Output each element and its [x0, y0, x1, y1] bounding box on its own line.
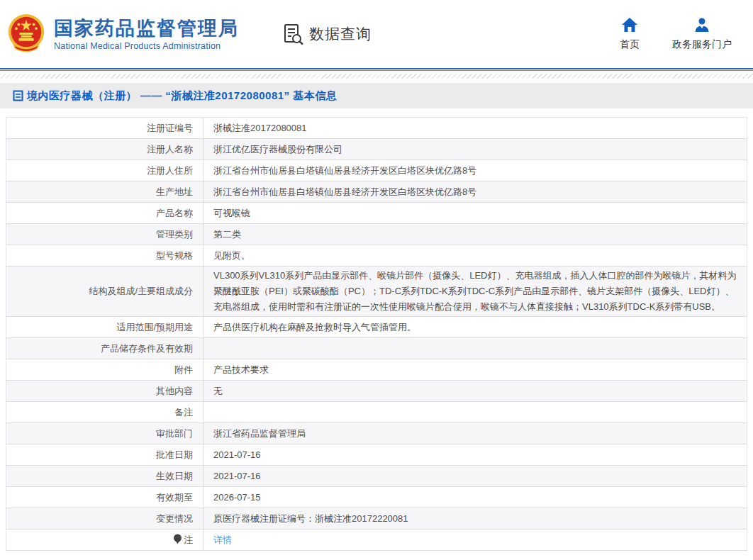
row-label: 注册人住所 [6, 160, 203, 181]
page-header: 国家药品监督管理局 National Medical Products Admi… [0, 0, 753, 68]
table-row: 生效日期2021-07-16 [6, 466, 747, 487]
row-value [203, 402, 747, 423]
top-nav: 首页 政务服务门户 [620, 17, 732, 51]
hatch-divider [0, 74, 753, 79]
row-value: 可视喉镜 [203, 203, 747, 224]
row-value: 原医疗器械注册证编号：浙械注准20172220081 [203, 508, 747, 530]
row-label: 注 [6, 530, 203, 551]
table-row: 审批部门浙江省药品监督管理局 [6, 423, 747, 444]
breadcrumb-text: 境内医疗器械（注册） —— “浙械注准20172080081” 基本信息 [27, 89, 337, 103]
row-label: 产品储存条件及有效期 [6, 338, 203, 359]
table-row: 产品名称可视喉镜 [6, 203, 747, 224]
row-label: 附件 [6, 359, 203, 381]
header-rule [0, 68, 753, 69]
national-emblem-icon [6, 13, 47, 55]
org-name-en: National Medical Products Administration [54, 41, 239, 51]
row-value: 浙江优亿医疗器械股份有限公司 [203, 139, 747, 160]
row-value: 浙江省台州市仙居县白塔镇仙居县经济开发区白塔区块优亿路8号 [203, 160, 747, 181]
row-value: VL300系列VL310系列产品由显示部件、喉镜片部件（摄像头、LED灯）、充电… [203, 267, 747, 317]
detail-link[interactable]: 详情 [213, 534, 232, 545]
home-icon [621, 17, 638, 33]
row-label: 审批部门 [6, 423, 203, 444]
data-query-title: 数据查询 [283, 23, 372, 45]
row-value: 详情 [203, 530, 747, 551]
row-value: 见附页。 [203, 245, 747, 267]
row-label: 注册证编号 [6, 118, 203, 139]
org-names: 国家药品监督管理局 National Medical Products Admi… [54, 18, 239, 51]
table-row: 管理类别第二类 [6, 224, 747, 245]
row-label: 适用范围/预期用途 [6, 317, 203, 338]
table-row: 注册人名称浙江优亿医疗器械股份有限公司 [6, 139, 747, 160]
row-value: 第二类 [203, 224, 747, 245]
nav-gov-portal[interactable]: 政务服务门户 [672, 17, 732, 51]
info-table-body: 注册证编号浙械注准20172080081注册人名称浙江优亿医疗器械股份有限公司注… [6, 118, 747, 551]
search-document-icon [283, 23, 304, 45]
breadcrumb: 境内医疗器械（注册） —— “浙械注准20172080081” 基本信息 [0, 83, 753, 108]
site-logo[interactable]: 国家药品监督管理局 National Medical Products Admi… [6, 13, 239, 55]
user-icon [693, 17, 710, 33]
row-value: 产品供医疗机构在麻醉及抢救时导入气管插管用。 [203, 317, 747, 338]
row-label: 备注 [6, 402, 203, 423]
row-label: 管理类别 [6, 224, 203, 245]
row-value: 浙江省药品监督管理局 [203, 423, 747, 444]
row-label: 其他内容 [6, 381, 203, 402]
org-name-zh: 国家药品监督管理局 [54, 18, 239, 39]
row-label: 型号规格 [6, 245, 203, 267]
table-row: 注详情 [6, 530, 747, 551]
table-row: 结构及组成/主要组成成分VL300系列VL310系列产品由显示部件、喉镜片部件（… [6, 267, 747, 317]
table-row: 产品储存条件及有效期 [6, 338, 747, 359]
header-rule-thin [0, 70, 753, 71]
row-label: 生效日期 [6, 466, 203, 487]
row-value [203, 338, 747, 359]
data-query-label: 数据查询 [309, 24, 372, 44]
nav-home[interactable]: 首页 [620, 17, 640, 51]
row-value: 2021-07-16 [203, 466, 747, 487]
row-label: 有效期至 [6, 487, 203, 508]
nav-home-label: 首页 [620, 38, 640, 51]
table-row: 型号规格见附页。 [6, 245, 747, 267]
row-value: 2026-07-15 [203, 487, 747, 508]
registration-info-table: 注册证编号浙械注准20172080081注册人名称浙江优亿医疗器械股份有限公司注… [6, 117, 747, 551]
row-label: 注册人名称 [6, 139, 203, 160]
row-value: 浙械注准20172080081 [203, 118, 747, 139]
row-value: 无 [203, 381, 747, 402]
table-row: 生产地址浙江省台州市仙居县白塔镇仙居县经济开发区白塔区块优亿路8号 [6, 181, 747, 203]
row-label: 产品名称 [6, 203, 203, 224]
row-label: 生产地址 [6, 181, 203, 203]
table-row: 其他内容无 [6, 381, 747, 402]
row-value: 2021-07-16 [203, 444, 747, 466]
table-row: 附件产品技术要求 [6, 359, 747, 381]
row-label: 结构及组成/主要组成成分 [6, 267, 203, 317]
table-row: 注册证编号浙械注准20172080081 [6, 118, 747, 139]
table-row: 注册人住所浙江省台州市仙居县白塔镇仙居县经济开发区白塔区块优亿路8号 [6, 160, 747, 181]
row-value: 产品技术要求 [203, 359, 747, 381]
nav-gov-portal-label: 政务服务门户 [672, 38, 732, 51]
table-row: 备注 [6, 402, 747, 423]
note-icon [173, 534, 182, 544]
table-row: 有效期至2026-07-15 [6, 487, 747, 508]
document-icon [13, 90, 23, 101]
row-label: 变更情况 [6, 508, 203, 530]
table-row: 适用范围/预期用途产品供医疗机构在麻醉及抢救时导入气管插管用。 [6, 317, 747, 338]
table-row: 变更情况原医疗器械注册证编号：浙械注准20172220081 [6, 508, 747, 530]
row-label: 批准日期 [6, 444, 203, 466]
table-row: 批准日期2021-07-16 [6, 444, 747, 466]
row-value: 浙江省台州市仙居县白塔镇仙居县经济开发区白塔区块优亿路8号 [203, 181, 747, 203]
